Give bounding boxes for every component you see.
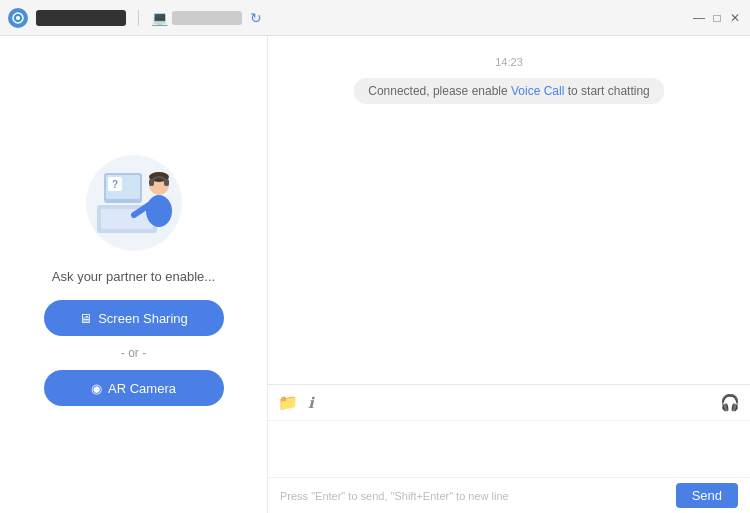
svg-rect-13 bbox=[149, 179, 154, 186]
svg-text:?: ? bbox=[112, 179, 118, 190]
chat-toolbar: 📁 ℹ 🎧 bbox=[268, 385, 750, 421]
window-controls: — □ ✕ bbox=[692, 11, 742, 25]
title-bar: 💻 ↻ — □ ✕ bbox=[0, 0, 750, 36]
info-icon[interactable]: ℹ bbox=[308, 394, 314, 412]
close-button[interactable]: ✕ bbox=[728, 11, 742, 25]
screen-sharing-icon: 🖥 bbox=[79, 311, 92, 326]
tab-title-bar bbox=[172, 11, 242, 25]
headphone-icon[interactable]: 🎧 bbox=[720, 394, 740, 411]
hint-text: Press "Enter" to send, "Shift+Enter" to … bbox=[280, 490, 509, 502]
app-title-bar bbox=[36, 10, 126, 26]
illustration: ? bbox=[69, 143, 199, 253]
ar-camera-button[interactable]: ◉ AR Camera bbox=[44, 370, 224, 406]
monitor-icon: 💻 bbox=[151, 10, 168, 26]
message-timestamp: 14:23 bbox=[495, 56, 523, 68]
ar-camera-label: AR Camera bbox=[108, 381, 176, 396]
right-panel: 14:23 Connected, please enable Voice Cal… bbox=[268, 36, 750, 513]
main-content: ? Ask your partner to enable... 🖥 Screen… bbox=[0, 36, 750, 513]
title-separator bbox=[138, 10, 139, 26]
chat-input-wrapper bbox=[268, 421, 750, 477]
chat-messages: 14:23 Connected, please enable Voice Cal… bbox=[268, 36, 750, 384]
tab-area: 💻 bbox=[151, 10, 242, 26]
svg-rect-14 bbox=[164, 179, 169, 186]
minimize-button[interactable]: — bbox=[692, 11, 706, 25]
chat-input-area: 📁 ℹ 🎧 Press "Enter" to send, "Shift+Ente… bbox=[268, 384, 750, 513]
svg-rect-4 bbox=[101, 209, 153, 229]
ask-text: Ask your partner to enable... bbox=[52, 269, 215, 284]
message-input[interactable] bbox=[280, 429, 738, 469]
svg-point-1 bbox=[16, 16, 20, 20]
status-text-after: to start chatting bbox=[564, 84, 649, 98]
ar-camera-icon: ◉ bbox=[91, 381, 102, 396]
refresh-icon[interactable]: ↻ bbox=[250, 10, 262, 26]
left-panel: ? Ask your partner to enable... 🖥 Screen… bbox=[0, 36, 268, 513]
svg-point-11 bbox=[146, 195, 172, 227]
app-logo bbox=[8, 8, 28, 28]
chat-footer: Press "Enter" to send, "Shift+Enter" to … bbox=[268, 477, 750, 513]
voice-call-link[interactable]: Voice Call bbox=[511, 84, 564, 98]
status-message: Connected, please enable Voice Call to s… bbox=[354, 78, 664, 104]
title-bar-left: 💻 ↻ bbox=[8, 8, 262, 28]
send-button[interactable]: Send bbox=[676, 483, 738, 508]
screen-sharing-button[interactable]: 🖥 Screen Sharing bbox=[44, 300, 224, 336]
screen-sharing-label: Screen Sharing bbox=[98, 311, 188, 326]
or-divider: - or - bbox=[121, 346, 146, 360]
status-text-before: Connected, please enable bbox=[368, 84, 511, 98]
folder-icon[interactable]: 📁 bbox=[278, 393, 298, 412]
maximize-button[interactable]: □ bbox=[710, 11, 724, 25]
